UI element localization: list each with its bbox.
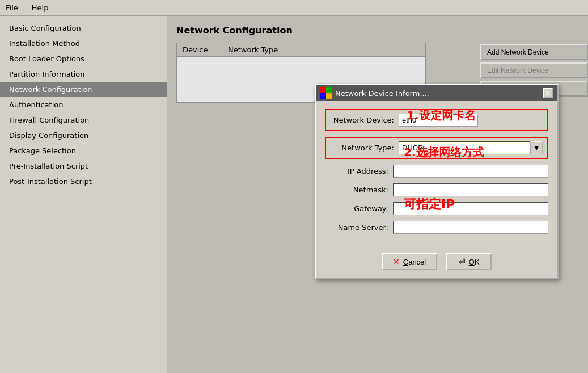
network-type-dropdown-arrow[interactable]: ▼ bbox=[530, 141, 543, 154]
modal-title: Network Device Inform.... bbox=[335, 89, 429, 98]
menu-help[interactable]: Help bbox=[28, 2, 52, 13]
sidebar-item-post-install[interactable]: Post-Installation Script bbox=[0, 174, 167, 189]
sidebar-item-package-select[interactable]: Package Selection bbox=[0, 143, 167, 158]
modal-close-button[interactable]: ✕ bbox=[543, 88, 553, 98]
svg-rect-0 bbox=[320, 87, 326, 93]
ip-address-row: IP Address: bbox=[325, 165, 548, 178]
ip-address-input[interactable] bbox=[393, 165, 548, 178]
menubar: File Help bbox=[0, 0, 588, 16]
network-type-select-wrapper: ▼ bbox=[399, 141, 543, 154]
netmask-row: Netmask: bbox=[325, 183, 548, 196]
sidebar: Basic Configuration Installation Method … bbox=[0, 16, 167, 373]
network-device-input[interactable] bbox=[399, 114, 478, 127]
gateway-input[interactable] bbox=[393, 202, 548, 215]
network-type-label: Network Type: bbox=[331, 144, 399, 152]
network-device-row: Network Device: bbox=[325, 109, 548, 131]
gateway-row: Gateway: bbox=[325, 202, 548, 215]
modal-body: Network Device: Network Type: ▼ IP Addre bbox=[316, 101, 557, 248]
ok-label: OK bbox=[469, 258, 480, 266]
sidebar-item-basic-config[interactable]: Basic Configuration bbox=[0, 20, 167, 36]
gateway-label: Gateway: bbox=[325, 204, 393, 213]
name-server-label: Name Server: bbox=[325, 223, 393, 232]
modal-overlay: Network Device Inform.... ✕ Network Devi… bbox=[167, 16, 588, 373]
ok-icon: ⏎ bbox=[459, 257, 466, 266]
menu-file[interactable]: File bbox=[2, 2, 22, 13]
main-container: Basic Configuration Installation Method … bbox=[0, 16, 588, 373]
svg-rect-1 bbox=[326, 87, 332, 93]
modal-titlebar-left: Network Device Inform.... bbox=[320, 87, 429, 99]
modal-titlebar: Network Device Inform.... ✕ bbox=[316, 85, 557, 101]
network-device-label: Network Device: bbox=[331, 116, 399, 124]
sidebar-item-display-config[interactable]: Display Configuration bbox=[0, 128, 167, 143]
name-server-row: Name Server: bbox=[325, 221, 548, 234]
content-area: Network Configuration Device Network Typ… bbox=[167, 16, 588, 373]
x-logo-icon bbox=[320, 87, 332, 99]
netmask-input[interactable] bbox=[393, 183, 548, 196]
ip-address-label: IP Address: bbox=[325, 167, 393, 175]
sidebar-item-pre-install[interactable]: Pre-Installation Script bbox=[0, 158, 167, 174]
network-device-dialog: Network Device Inform.... ✕ Network Devi… bbox=[315, 84, 559, 279]
svg-rect-2 bbox=[320, 93, 326, 99]
sidebar-item-install-method[interactable]: Installation Method bbox=[0, 36, 167, 51]
network-type-row: Network Type: ▼ bbox=[325, 137, 548, 159]
svg-rect-3 bbox=[326, 93, 332, 99]
sidebar-item-boot-loader[interactable]: Boot Loader Options bbox=[0, 51, 167, 66]
modal-footer: ✕ Cancel ⏎ OK bbox=[316, 248, 557, 278]
cancel-button[interactable]: ✕ Cancel bbox=[382, 253, 437, 270]
netmask-label: Netmask: bbox=[325, 186, 393, 194]
sidebar-item-partition-info[interactable]: Partition Information bbox=[0, 66, 167, 82]
name-server-input[interactable] bbox=[393, 221, 548, 234]
cancel-label: Cancel bbox=[403, 258, 426, 266]
ok-button[interactable]: ⏎ OK bbox=[446, 253, 492, 270]
network-type-value[interactable] bbox=[399, 141, 530, 154]
sidebar-item-authentication[interactable]: Authentication bbox=[0, 97, 167, 112]
cancel-icon: ✕ bbox=[393, 257, 400, 266]
sidebar-item-firewall-config[interactable]: Firewall Configuration bbox=[0, 112, 167, 128]
sidebar-item-network-config[interactable]: Network Configuration bbox=[0, 82, 167, 97]
